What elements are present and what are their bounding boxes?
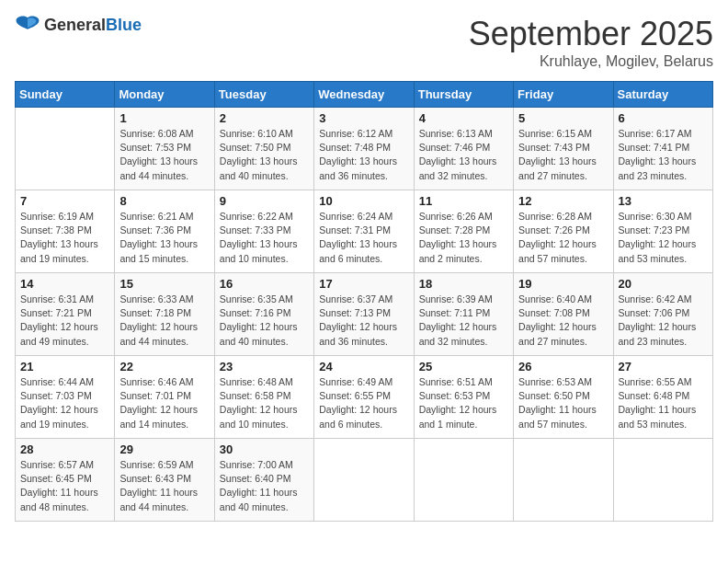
calendar-cell: 17Sunrise: 6:37 AM Sunset: 7:13 PM Dayli… — [314, 273, 414, 356]
day-info: Sunrise: 7:00 AM Sunset: 6:40 PM Dayligh… — [220, 458, 309, 514]
day-number: 28 — [20, 442, 109, 456]
calendar-cell: 14Sunrise: 6:31 AM Sunset: 7:21 PM Dayli… — [16, 273, 115, 356]
day-number: 22 — [119, 360, 209, 373]
logo-bird-icon — [15, 15, 40, 35]
day-number: 27 — [619, 360, 708, 373]
weekday-header-sunday: Sunday — [16, 82, 115, 108]
weekday-header-monday: Monday — [115, 82, 214, 108]
day-info: Sunrise: 6:15 AM Sunset: 7:43 PM Dayligh… — [518, 127, 608, 183]
calendar-cell — [514, 439, 613, 522]
day-number: 2 — [220, 111, 309, 125]
day-number: 4 — [419, 111, 508, 125]
calendar-cell: 8Sunrise: 6:21 AM Sunset: 7:36 PM Daylig… — [115, 190, 214, 273]
day-info: Sunrise: 6:40 AM Sunset: 7:08 PM Dayligh… — [518, 293, 608, 349]
calendar-week-5: 28Sunrise: 6:57 AM Sunset: 6:45 PM Dayli… — [16, 439, 713, 522]
day-number: 29 — [119, 442, 209, 456]
day-number: 16 — [220, 277, 309, 291]
calendar-cell — [613, 439, 712, 522]
calendar-cell: 3Sunrise: 6:12 AM Sunset: 7:48 PM Daylig… — [314, 108, 414, 190]
day-info: Sunrise: 6:39 AM Sunset: 7:11 PM Dayligh… — [419, 293, 508, 349]
calendar-cell: 10Sunrise: 6:24 AM Sunset: 7:31 PM Dayli… — [314, 190, 414, 273]
day-number: 17 — [319, 277, 408, 291]
calendar-cell — [16, 108, 115, 190]
calendar-cell: 6Sunrise: 6:17 AM Sunset: 7:41 PM Daylig… — [613, 108, 712, 190]
month-title: September 2025 — [469, 15, 713, 53]
logo-text: GeneralBlue — [44, 16, 142, 35]
calendar-cell: 4Sunrise: 6:13 AM Sunset: 7:46 PM Daylig… — [414, 108, 513, 190]
calendar-cell: 22Sunrise: 6:46 AM Sunset: 7:01 PM Dayli… — [115, 356, 214, 439]
day-info: Sunrise: 6:17 AM Sunset: 7:41 PM Dayligh… — [619, 127, 708, 183]
day-info: Sunrise: 6:24 AM Sunset: 7:31 PM Dayligh… — [319, 210, 408, 266]
day-info: Sunrise: 6:28 AM Sunset: 7:26 PM Dayligh… — [518, 210, 608, 266]
day-number: 11 — [419, 194, 508, 208]
calendar-cell: 15Sunrise: 6:33 AM Sunset: 7:18 PM Dayli… — [115, 273, 214, 356]
day-info: Sunrise: 6:10 AM Sunset: 7:50 PM Dayligh… — [220, 127, 309, 183]
day-info: Sunrise: 6:44 AM Sunset: 7:03 PM Dayligh… — [20, 375, 109, 431]
calendar-week-2: 7Sunrise: 6:19 AM Sunset: 7:38 PM Daylig… — [16, 190, 713, 273]
day-number: 13 — [619, 194, 708, 208]
day-number: 24 — [319, 360, 408, 373]
calendar-cell: 30Sunrise: 7:00 AM Sunset: 6:40 PM Dayli… — [214, 439, 313, 522]
day-info: Sunrise: 6:19 AM Sunset: 7:38 PM Dayligh… — [20, 210, 109, 266]
calendar-cell — [314, 439, 414, 522]
calendar-cell: 7Sunrise: 6:19 AM Sunset: 7:38 PM Daylig… — [16, 190, 115, 273]
calendar-cell — [414, 439, 513, 522]
calendar-cell: 9Sunrise: 6:22 AM Sunset: 7:33 PM Daylig… — [214, 190, 313, 273]
day-number: 26 — [518, 360, 608, 373]
day-info: Sunrise: 6:31 AM Sunset: 7:21 PM Dayligh… — [20, 293, 109, 349]
day-number: 23 — [220, 360, 309, 373]
day-number: 1 — [119, 111, 209, 125]
day-info: Sunrise: 6:46 AM Sunset: 7:01 PM Dayligh… — [119, 375, 209, 431]
weekday-header-saturday: Saturday — [613, 82, 712, 108]
day-number: 3 — [319, 111, 408, 125]
day-number: 6 — [619, 111, 708, 125]
day-number: 5 — [518, 111, 608, 125]
day-info: Sunrise: 6:33 AM Sunset: 7:18 PM Dayligh… — [119, 293, 209, 349]
calendar-cell: 18Sunrise: 6:39 AM Sunset: 7:11 PM Dayli… — [414, 273, 513, 356]
calendar-week-4: 21Sunrise: 6:44 AM Sunset: 7:03 PM Dayli… — [16, 356, 713, 439]
day-info: Sunrise: 6:35 AM Sunset: 7:16 PM Dayligh… — [220, 293, 309, 349]
calendar-cell: 24Sunrise: 6:49 AM Sunset: 6:55 PM Dayli… — [314, 356, 414, 439]
day-info: Sunrise: 6:42 AM Sunset: 7:06 PM Dayligh… — [619, 293, 708, 349]
day-info: Sunrise: 6:55 AM Sunset: 6:48 PM Dayligh… — [619, 375, 708, 431]
day-number: 7 — [20, 194, 109, 208]
calendar-cell: 25Sunrise: 6:51 AM Sunset: 6:53 PM Dayli… — [414, 356, 513, 439]
day-number: 19 — [518, 277, 608, 291]
calendar-cell: 19Sunrise: 6:40 AM Sunset: 7:08 PM Dayli… — [514, 273, 613, 356]
weekday-header-tuesday: Tuesday — [214, 82, 313, 108]
logo: GeneralBlue — [15, 15, 142, 35]
weekday-header-wednesday: Wednesday — [314, 82, 414, 108]
calendar-cell: 28Sunrise: 6:57 AM Sunset: 6:45 PM Dayli… — [16, 439, 115, 522]
day-info: Sunrise: 6:59 AM Sunset: 6:43 PM Dayligh… — [119, 458, 209, 514]
location: Kruhlaye, Mogilev, Belarus — [469, 53, 713, 70]
calendar-cell: 20Sunrise: 6:42 AM Sunset: 7:06 PM Dayli… — [613, 273, 712, 356]
day-info: Sunrise: 6:08 AM Sunset: 7:53 PM Dayligh… — [119, 127, 209, 183]
calendar-header-row: SundayMondayTuesdayWednesdayThursdayFrid… — [16, 82, 713, 108]
day-number: 18 — [419, 277, 508, 291]
day-number: 10 — [319, 194, 408, 208]
day-info: Sunrise: 6:21 AM Sunset: 7:36 PM Dayligh… — [119, 210, 209, 266]
title-block: September 2025 Kruhlaye, Mogilev, Belaru… — [469, 15, 713, 70]
day-info: Sunrise: 6:53 AM Sunset: 6:50 PM Dayligh… — [518, 375, 608, 431]
day-number: 21 — [20, 360, 109, 373]
day-number: 9 — [220, 194, 309, 208]
day-number: 8 — [119, 194, 209, 208]
day-number: 20 — [619, 277, 708, 291]
day-info: Sunrise: 6:13 AM Sunset: 7:46 PM Dayligh… — [419, 127, 508, 183]
day-info: Sunrise: 6:48 AM Sunset: 6:58 PM Dayligh… — [220, 375, 309, 431]
calendar-cell: 1Sunrise: 6:08 AM Sunset: 7:53 PM Daylig… — [115, 108, 214, 190]
page-header: GeneralBlue September 2025 Kruhlaye, Mog… — [15, 15, 713, 70]
day-info: Sunrise: 6:37 AM Sunset: 7:13 PM Dayligh… — [319, 293, 408, 349]
day-info: Sunrise: 6:51 AM Sunset: 6:53 PM Dayligh… — [419, 375, 508, 431]
calendar-cell: 2Sunrise: 6:10 AM Sunset: 7:50 PM Daylig… — [214, 108, 313, 190]
calendar-week-1: 1Sunrise: 6:08 AM Sunset: 7:53 PM Daylig… — [16, 108, 713, 190]
calendar-table: SundayMondayTuesdayWednesdayThursdayFrid… — [15, 81, 713, 522]
day-number: 15 — [119, 277, 209, 291]
day-info: Sunrise: 6:26 AM Sunset: 7:28 PM Dayligh… — [419, 210, 508, 266]
calendar-week-3: 14Sunrise: 6:31 AM Sunset: 7:21 PM Dayli… — [16, 273, 713, 356]
calendar-cell: 11Sunrise: 6:26 AM Sunset: 7:28 PM Dayli… — [414, 190, 513, 273]
calendar-cell: 27Sunrise: 6:55 AM Sunset: 6:48 PM Dayli… — [613, 356, 712, 439]
day-number: 12 — [518, 194, 608, 208]
day-info: Sunrise: 6:49 AM Sunset: 6:55 PM Dayligh… — [319, 375, 408, 431]
day-info: Sunrise: 6:30 AM Sunset: 7:23 PM Dayligh… — [619, 210, 708, 266]
